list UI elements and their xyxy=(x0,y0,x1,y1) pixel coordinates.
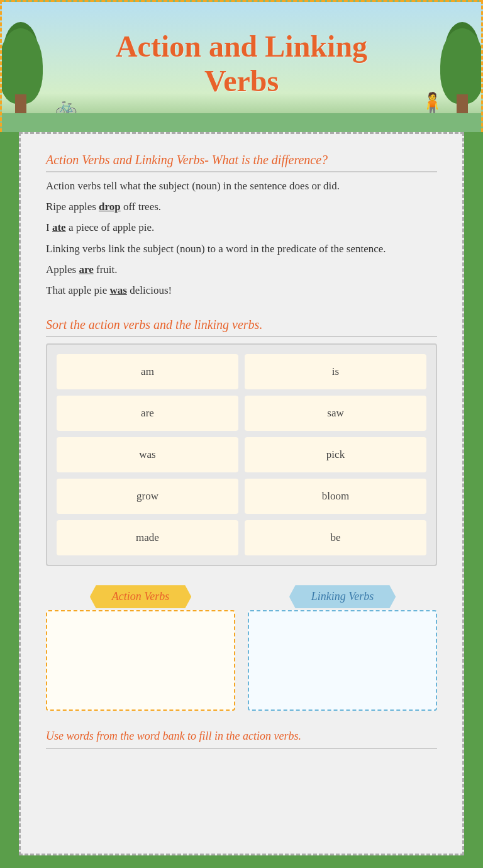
line-5: Apples are fruit. xyxy=(46,261,437,278)
line-1: Action verbs tell what the subject (noun… xyxy=(46,177,437,194)
line-3: I ate a piece of apple pie. xyxy=(46,219,437,236)
action-verbs-zone: Action Verbs xyxy=(46,585,235,711)
tree-canopy-bottom xyxy=(0,28,43,104)
word-tile-pick[interactable]: pick xyxy=(245,437,426,472)
word-tile-saw[interactable]: saw xyxy=(245,396,426,431)
drop-zones-container: Action Verbs Linking Verbs xyxy=(46,585,437,711)
word-tile-am[interactable]: am xyxy=(57,354,238,389)
section2-heading: Sort the action verbs and the linking ve… xyxy=(46,318,437,337)
bottom-instruction: Use words from the word bank to fill in … xyxy=(46,730,437,749)
word-tile-is[interactable]: is xyxy=(245,354,426,389)
word-tile-bloom[interactable]: bloom xyxy=(245,479,426,514)
verb-are: are xyxy=(79,264,93,275)
ground-strip xyxy=(2,113,481,132)
linking-verbs-banner: Linking Verbs xyxy=(289,585,396,608)
tree-canopy-bottom-r xyxy=(440,28,483,104)
verb-drop: drop xyxy=(99,201,121,213)
verb-ate: ate xyxy=(52,221,66,233)
action-verbs-label: Action Verbs xyxy=(112,590,170,603)
explanation-section: Action Verbs and Linking Verbs- What is … xyxy=(46,153,437,299)
linking-verbs-label: Linking Verbs xyxy=(311,590,374,603)
word-tile-was[interactable]: was xyxy=(57,437,238,472)
word-tile-grow[interactable]: grow xyxy=(57,479,238,514)
word-tile-are[interactable]: are xyxy=(57,396,238,431)
linking-verbs-zone: Linking Verbs xyxy=(248,585,437,711)
page-title: Action and Linking Verbs xyxy=(84,29,399,98)
section1-heading: Action Verbs and Linking Verbs- What is … xyxy=(46,153,437,172)
action-verbs-banner: Action Verbs xyxy=(90,585,192,608)
word-grid: am is are saw was pick grow bloom made b… xyxy=(46,343,437,566)
action-verbs-dropbox[interactable] xyxy=(46,610,235,711)
linking-verbs-dropbox[interactable] xyxy=(248,610,437,711)
line-4: Linking verbs link the subject (noun) to… xyxy=(46,240,437,257)
line-2: Ripe apples drop off trees. xyxy=(46,198,437,215)
word-tile-be[interactable]: be xyxy=(245,520,426,555)
word-tile-made[interactable]: made xyxy=(57,520,238,555)
content-card: Action Verbs and Linking Verbs- What is … xyxy=(19,132,464,855)
hero-section: 🚲 🧍 Action and Linking Verbs xyxy=(0,0,483,132)
line-6: That apple pie was delicious! xyxy=(46,282,437,299)
verb-was: was xyxy=(110,284,127,296)
sort-section: Sort the action verbs and the linking ve… xyxy=(46,318,437,566)
